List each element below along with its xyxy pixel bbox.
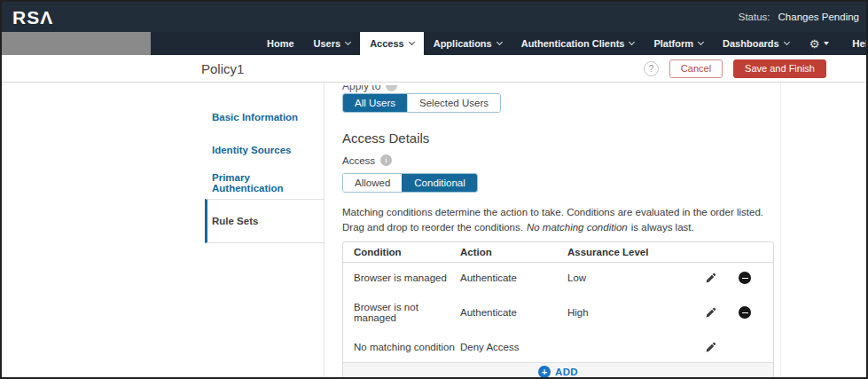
conditions-table: Condition Action Assurance Level Browser…: [342, 241, 774, 379]
sidebar-item-label: Identity Sources: [212, 145, 291, 155]
content-area: Apply to All UsersSelected Users Access …: [325, 83, 866, 377]
description-text-2: is always last.: [631, 222, 694, 233]
user-scope-tab[interactable]: Selected Users: [407, 94, 500, 112]
clipped-label: Apply to: [342, 85, 380, 92]
remove-icon[interactable]: [727, 272, 762, 284]
table-row: Browser is not managed Authenticate High: [343, 293, 773, 332]
cell-assurance: Low: [567, 272, 693, 283]
nav-item[interactable]: Platform: [644, 32, 713, 55]
app-window: RSΛ Status: Changes Pending Home Users A…: [0, 0, 868, 379]
user-scope-tab[interactable]: All Users: [343, 94, 407, 112]
edit-icon[interactable]: [693, 342, 727, 353]
access-label: Access: [342, 155, 375, 166]
cell-condition: No matching condition: [354, 342, 460, 352]
clipped-scrolled-row: Apply to: [342, 85, 866, 92]
status-indicator: Status: Changes Pending: [739, 12, 859, 22]
nav-item-label: Access: [370, 38, 404, 49]
nav-item[interactable]: Applications: [424, 32, 512, 55]
cell-action: Authenticate: [460, 307, 567, 318]
nav-item[interactable]: Home: [257, 32, 304, 55]
nav-item-label: Dashboards: [723, 38, 779, 49]
cancel-button[interactable]: Cancel: [669, 59, 723, 78]
chevron-down-icon: [784, 39, 790, 45]
section-title: Access Details: [342, 130, 866, 146]
main-nav: Home Users Access Applications Authentic…: [2, 32, 866, 55]
policy-sidebar: Basic Information Identity Sources Prima…: [2, 83, 325, 377]
caret-down-icon: [824, 42, 829, 45]
chevron-down-icon: [497, 39, 503, 45]
help-icon[interactable]: ?: [644, 61, 659, 76]
nav-item-label: Applications: [434, 38, 492, 49]
add-label: ADD: [555, 367, 578, 377]
plus-icon: +: [538, 366, 551, 378]
nav-item-label: Authentication Clients: [521, 38, 625, 49]
sidebar-item[interactable]: Primary Authentication: [205, 166, 324, 199]
admin-settings-menu[interactable]: ⚙: [799, 32, 841, 55]
cell-action: Authenticate: [460, 272, 567, 283]
sidebar-item-label: Rule Sets: [212, 216, 258, 226]
nav-item[interactable]: Dashboards: [713, 32, 799, 55]
sidebar-item-label: Basic Information: [212, 112, 298, 122]
edit-icon[interactable]: [693, 272, 727, 284]
page-actions: ? Cancel Save and Finish: [644, 59, 866, 78]
cell-condition: Browser is managed: [354, 272, 460, 283]
chevron-down-icon: [629, 39, 635, 45]
table-row: No matching condition Deny Access: [343, 332, 773, 362]
description-italic: No matching condition: [527, 222, 628, 233]
status-label: Status:: [739, 12, 770, 22]
page-title: Policy1: [201, 61, 244, 76]
nav-item-help[interactable]: Help: [840, 32, 868, 55]
sidebar-nav-list: Basic Information Identity Sources Prima…: [205, 100, 324, 243]
page-body: Basic Information Identity Sources Prima…: [2, 83, 866, 377]
cell-action: Deny Access: [460, 342, 567, 352]
masked-region: [2, 32, 151, 55]
sidebar-item-label: Primary Authentication: [212, 172, 324, 193]
save-and-finish-button[interactable]: Save and Finish: [733, 59, 826, 78]
nav-item-label: Platform: [653, 38, 693, 49]
sidebar-item[interactable]: Identity Sources: [205, 133, 324, 166]
nav-item[interactable]: Authentication Clients: [512, 32, 645, 55]
nav-menu: Home Users Access Applications Authentic…: [257, 32, 799, 55]
info-icon[interactable]: i: [380, 154, 392, 166]
access-mode-tab[interactable]: Allowed: [343, 174, 402, 192]
page-header: Policy1 ? Cancel Save and Finish: [2, 55, 866, 83]
top-banner: RSΛ Status: Changes Pending: [2, 2, 866, 32]
column-header-action: Action: [460, 247, 567, 257]
chevron-down-icon: [409, 39, 415, 45]
conditions-description: Matching conditions determine the action…: [342, 205, 766, 234]
sidebar-item[interactable]: Basic Information: [205, 100, 324, 133]
remove-icon[interactable]: [727, 306, 762, 319]
nav-item[interactable]: Access: [360, 32, 424, 55]
info-icon: [386, 85, 397, 91]
add-condition-button[interactable]: + ADD: [343, 362, 773, 379]
nav-item[interactable]: Users: [304, 32, 361, 55]
cell-condition: Browser is not managed: [354, 302, 460, 323]
gear-icon: ⚙: [809, 38, 820, 50]
sidebar-item[interactable]: Rule Sets: [205, 199, 324, 243]
nav-item-label: Users: [314, 38, 341, 49]
edit-icon[interactable]: [693, 307, 727, 319]
table-row: Browser is managed Authenticate Low: [343, 263, 773, 293]
column-header-assurance: Assurance Level: [567, 247, 693, 257]
status-value: Changes Pending: [778, 12, 859, 22]
table-header-row: Condition Action Assurance Level: [343, 242, 773, 263]
access-mode-tab[interactable]: Conditional: [402, 174, 477, 192]
cell-assurance: High: [567, 307, 693, 318]
rsa-logo: RSΛ: [12, 8, 53, 27]
access-mode-tabs: AllowedConditional: [342, 173, 478, 193]
chevron-down-icon: [698, 39, 704, 45]
column-header-condition: Condition: [354, 247, 460, 257]
access-field-label: Access i: [342, 154, 866, 166]
nav-item-label: Home: [267, 38, 294, 49]
chevron-down-icon: [345, 39, 351, 45]
user-scope-tabs: All UsersSelected Users: [342, 93, 501, 113]
